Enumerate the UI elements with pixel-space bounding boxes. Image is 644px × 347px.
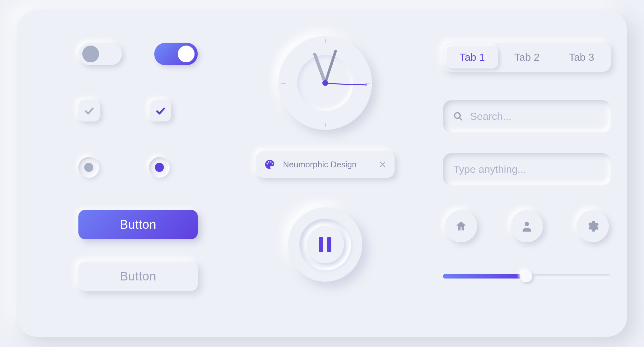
settings-button[interactable]: [577, 210, 609, 242]
search-field[interactable]: [443, 100, 611, 132]
search-icon: [453, 111, 463, 121]
chip-label: Neumorphic Design: [283, 160, 371, 170]
gear-icon: [586, 220, 599, 233]
radio-dot: [84, 163, 93, 172]
slider[interactable]: [443, 269, 611, 282]
check-icon: [155, 105, 166, 116]
close-icon[interactable]: ✕: [379, 159, 386, 170]
svg-point-2: [525, 222, 529, 226]
user-icon: [520, 220, 533, 233]
slider-fill: [443, 274, 524, 279]
chip[interactable]: Neumorphic Design ✕: [256, 151, 395, 178]
radio-selected[interactable]: [149, 157, 170, 178]
text-input[interactable]: [453, 163, 600, 175]
slider-thumb[interactable]: [520, 270, 532, 282]
check-icon: [84, 105, 95, 116]
clock: [278, 36, 372, 130]
checkbox-blue[interactable]: [150, 100, 171, 121]
checkbox-grey[interactable]: [78, 100, 100, 121]
primary-button[interactable]: Button: [78, 210, 198, 239]
tab-1[interactable]: Tab 1: [446, 46, 498, 68]
toggle-off[interactable]: [78, 43, 122, 65]
pause-icon: [327, 237, 331, 252]
home-icon: [455, 220, 468, 233]
tab-2[interactable]: Tab 2: [501, 46, 553, 68]
tab-bar: Tab 1 Tab 2 Tab 3: [443, 43, 611, 72]
toggle-on[interactable]: [154, 43, 198, 65]
radio-dot: [155, 163, 164, 172]
tab-3[interactable]: Tab 3: [556, 46, 608, 68]
neutral-button[interactable]: Button: [78, 262, 198, 291]
radio-unselected[interactable]: [78, 157, 99, 178]
toggle-knob: [178, 46, 195, 62]
search-input[interactable]: [470, 110, 600, 122]
home-button[interactable]: [445, 210, 477, 242]
neumorphic-panel: Button Button Neumorphic Design ✕: [17, 10, 627, 337]
svg-line-1: [459, 118, 462, 120]
pause-icon: [319, 237, 323, 252]
toggle-knob: [82, 46, 99, 62]
palette-icon: [264, 159, 275, 170]
user-button[interactable]: [511, 210, 543, 242]
pause-button[interactable]: [288, 207, 362, 282]
text-field[interactable]: [443, 153, 611, 185]
